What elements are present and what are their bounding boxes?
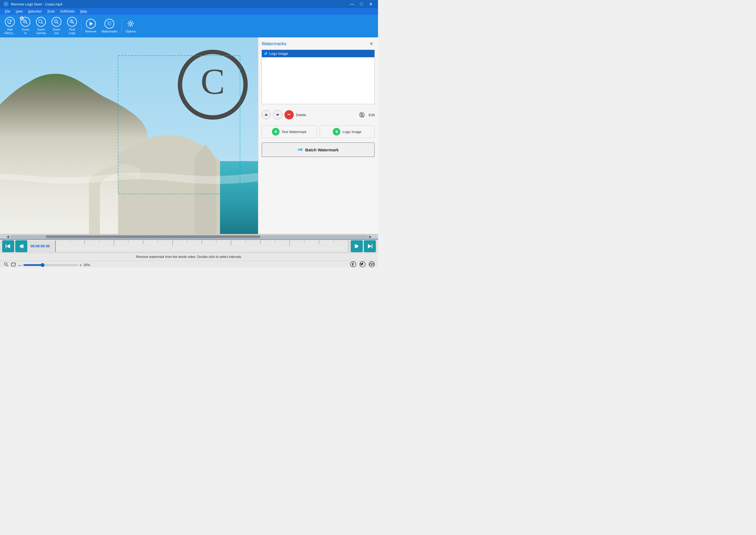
add-files-icon bbox=[5, 17, 15, 27]
zoom-in-label: Zoomin bbox=[21, 28, 29, 35]
panel-close-button[interactable]: ✕ bbox=[368, 41, 375, 47]
svg-line-27 bbox=[132, 21, 133, 22]
scroll-area[interactable]: ◀ ▶ bbox=[0, 234, 378, 239]
svg-text:🌀: 🌀 bbox=[4, 2, 9, 7]
svg-line-18 bbox=[72, 22, 74, 24]
watermarks-panel: Watermarks ✕ Logo Image − Delete bbox=[258, 37, 378, 234]
minimize-button[interactable]: — bbox=[348, 1, 356, 7]
title-bar-left: 🌀 Remove Logo Now! - Coast.mp4 bbox=[3, 1, 63, 7]
add-files-label: AddFile(s)... bbox=[4, 28, 15, 35]
svg-point-72 bbox=[4, 263, 7, 265]
zoom-in-button[interactable]: 1 Zoomin bbox=[18, 16, 33, 36]
add-logo-image-button[interactable]: + Logo Image bbox=[320, 126, 375, 138]
fit-frame-button[interactable] bbox=[10, 262, 16, 268]
video-area[interactable]: C bbox=[0, 37, 258, 234]
close-button[interactable]: ✕ bbox=[367, 1, 375, 7]
edit-icon[interactable] bbox=[357, 110, 367, 120]
zoom-percent: 35% bbox=[83, 263, 93, 267]
menu-help[interactable]: Help bbox=[77, 9, 90, 14]
zoom-increase-button[interactable]: + bbox=[79, 263, 82, 267]
time-display: 00:00:00 00 bbox=[28, 244, 53, 248]
options-icon bbox=[126, 19, 135, 29]
remove-label: Remove bbox=[85, 30, 97, 33]
batch-watermark-button[interactable]: ⇒ Batch Watermark bbox=[262, 142, 375, 157]
zoom-track-fill bbox=[23, 264, 42, 266]
add-text-watermark-button[interactable]: + Text Watermark bbox=[262, 126, 317, 138]
maximize-button[interactable]: □ bbox=[357, 1, 365, 7]
svg-rect-74 bbox=[12, 263, 15, 266]
batch-btn-container: ⇒ Batch Watermark bbox=[262, 142, 375, 157]
find-logo-label: FindLogo bbox=[69, 28, 75, 35]
svg-marker-35 bbox=[276, 114, 279, 116]
timeline-controls: 00:00:00 00 bbox=[0, 239, 378, 253]
edit-label[interactable]: Edit bbox=[369, 113, 375, 117]
zoom-in-icon: 1 bbox=[20, 17, 30, 27]
menu-tools[interactable]: Tools bbox=[44, 9, 58, 14]
video-svg: C bbox=[0, 37, 258, 234]
zoom-out-icon bbox=[51, 17, 61, 27]
svg-marker-19 bbox=[90, 22, 93, 26]
toolbar-sep-2 bbox=[121, 19, 122, 33]
add-files-button[interactable]: AddFile(s)... bbox=[2, 16, 17, 36]
svg-marker-81 bbox=[371, 264, 373, 265]
panel-title: Watermarks bbox=[262, 41, 286, 47]
watermarks-list[interactable]: Logo Image bbox=[262, 50, 375, 104]
title-bar: 🌀 Remove Logo Now! - Coast.mp4 — □ ✕ bbox=[0, 0, 378, 8]
menu-view[interactable]: View bbox=[13, 9, 25, 14]
zoom-normal-button[interactable]: Zoomnormal bbox=[34, 16, 48, 36]
menu-softorbits[interactable]: SoftOrbits bbox=[58, 9, 77, 14]
zoom-controls: — + 35% bbox=[3, 262, 348, 268]
timeline-area: 00:00:00 00 bbox=[0, 239, 378, 261]
twitter-icon[interactable] bbox=[359, 261, 365, 268]
scroll-thumb[interactable] bbox=[46, 235, 261, 238]
facebook-icon[interactable] bbox=[350, 261, 356, 268]
next-frame-button[interactable] bbox=[351, 240, 363, 252]
svg-marker-69 bbox=[356, 244, 359, 248]
zoom-out-label: Zoomout bbox=[53, 28, 60, 35]
timeline-ruler[interactable] bbox=[55, 240, 349, 252]
app-logo-icon: 🌀 bbox=[3, 1, 9, 7]
watermarks-icon: © bbox=[104, 19, 114, 29]
zoom-normal-icon bbox=[36, 17, 46, 27]
zoom-decrease-button[interactable]: — bbox=[17, 263, 22, 267]
svg-line-9 bbox=[26, 22, 27, 24]
move-down-button[interactable] bbox=[273, 110, 282, 120]
remove-button[interactable]: Remove bbox=[83, 18, 99, 34]
remove-icon bbox=[86, 19, 96, 29]
logo-image-label: Logo Image bbox=[269, 51, 288, 56]
options-label: Options bbox=[126, 30, 136, 33]
svg-text:C: C bbox=[201, 61, 225, 102]
prev-frame-button[interactable] bbox=[15, 240, 27, 252]
svg-marker-34 bbox=[265, 113, 268, 116]
menu-file[interactable]: File bbox=[2, 9, 13, 14]
svg-line-11 bbox=[42, 22, 43, 24]
batch-watermark-label: Batch Watermark bbox=[305, 148, 339, 152]
go-start-button[interactable] bbox=[2, 240, 14, 252]
find-logo-button[interactable]: FindLogo bbox=[65, 16, 80, 36]
menu-bar: File View Selection Tools SoftOrbits Hel… bbox=[0, 8, 378, 15]
watermarks-list-item[interactable]: Logo Image bbox=[262, 50, 375, 57]
scroll-right-arrow[interactable]: ▶ bbox=[368, 235, 373, 239]
go-end-button[interactable] bbox=[364, 240, 376, 252]
zoom-slider[interactable] bbox=[23, 264, 78, 266]
move-up-button[interactable] bbox=[262, 110, 271, 120]
delete-label[interactable]: Delete bbox=[296, 113, 306, 117]
zoom-fit-button[interactable] bbox=[3, 262, 9, 268]
menu-selection[interactable]: Selection bbox=[25, 9, 44, 14]
scroll-left-arrow[interactable]: ◀ bbox=[6, 235, 10, 239]
ruler-marks bbox=[55, 240, 348, 252]
youtube-icon[interactable] bbox=[369, 261, 375, 268]
watermarks-button[interactable]: © Watermarks bbox=[99, 18, 120, 34]
delete-button[interactable]: − bbox=[285, 110, 294, 120]
scroll-track[interactable] bbox=[10, 235, 368, 238]
zoom-out-button[interactable]: Zoomout bbox=[49, 16, 64, 36]
logo-image-checkbox[interactable] bbox=[264, 52, 267, 55]
batch-arrow-icon: ⇒ bbox=[297, 146, 302, 153]
window-title: Remove Logo Now! - Coast.mp4 bbox=[11, 2, 63, 6]
zoom-thumb[interactable] bbox=[41, 263, 44, 267]
toolbar-sep-1 bbox=[81, 19, 82, 33]
options-button[interactable]: Options bbox=[123, 18, 138, 34]
svg-point-20 bbox=[129, 23, 132, 25]
svg-line-26 bbox=[132, 25, 133, 26]
panel-header: Watermarks ✕ bbox=[262, 41, 375, 47]
